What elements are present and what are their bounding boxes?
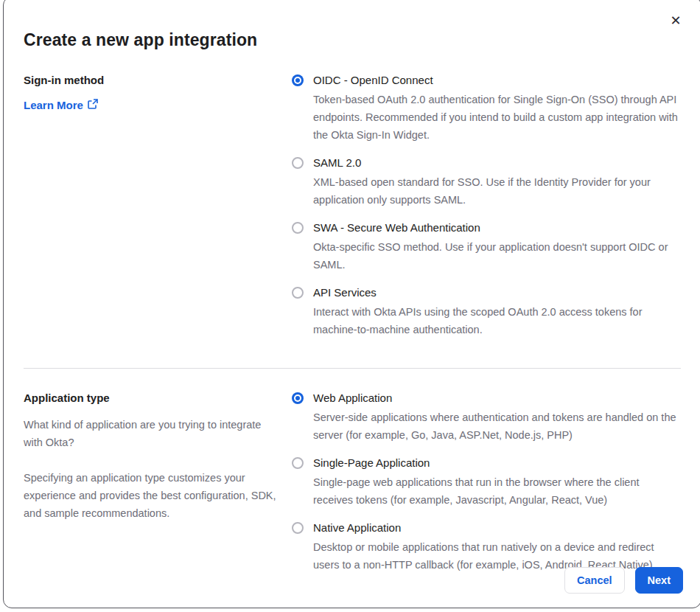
- option-label: SWA - Secure Web Authentication: [313, 220, 681, 235]
- option-label: Native Application: [313, 521, 681, 535]
- option-description: Okta-specific SSO method. Use if your ap…: [313, 238, 681, 274]
- option-label: API Services: [313, 285, 681, 300]
- application-type-note: Specifying an application type customize…: [24, 469, 277, 522]
- sign-in-method-section: Sign-in method Learn More OIDC -: [24, 73, 681, 338]
- external-link-icon: [88, 99, 98, 111]
- option-label: SAML 2.0: [313, 156, 681, 170]
- option-label: OIDC - OpenID Connect: [313, 73, 681, 88]
- dialog-footer: Cancel Next: [564, 567, 683, 594]
- radio-option-web-application[interactable]: Web Application Server-side applications…: [292, 391, 681, 444]
- radio-option-api-services[interactable]: API Services Interact with Okta APIs usi…: [292, 285, 681, 338]
- radio-button[interactable]: [292, 392, 304, 404]
- radio-option-native-application[interactable]: Native Application Desktop or mobile app…: [292, 521, 681, 574]
- learn-more-link[interactable]: Learn More: [24, 99, 98, 111]
- option-description: Server-side applications where authentic…: [313, 408, 681, 444]
- sign-in-method-options: OIDC - OpenID Connect Token-based OAuth …: [292, 73, 681, 338]
- radio-option-saml[interactable]: SAML 2.0 XML-based open standard for SSO…: [292, 156, 681, 209]
- next-button[interactable]: Next: [635, 567, 683, 594]
- radio-button[interactable]: [292, 74, 304, 86]
- application-type-heading: Application type: [24, 391, 277, 406]
- option-description: Token-based OAuth 2.0 authentication for…: [313, 91, 681, 144]
- radio-button[interactable]: [292, 457, 304, 469]
- radio-button[interactable]: [292, 222, 304, 234]
- application-type-question: What kind of application are you trying …: [24, 416, 277, 451]
- option-description: XML-based open standard for SSO. Use if …: [313, 173, 681, 209]
- radio-button[interactable]: [292, 157, 304, 169]
- application-type-left: Application type What kind of applicatio…: [24, 391, 292, 574]
- section-divider: [24, 368, 681, 369]
- create-app-integration-dialog: ✕ Create a new app integration Sign-in m…: [3, 0, 700, 608]
- radio-option-oidc[interactable]: OIDC - OpenID Connect Token-based OAuth …: [292, 73, 681, 144]
- radio-button[interactable]: [292, 522, 304, 534]
- option-description: Interact with Okta APIs using the scoped…: [313, 303, 681, 338]
- cancel-button[interactable]: Cancel: [564, 567, 625, 594]
- sign-in-method-left: Sign-in method Learn More: [24, 73, 292, 338]
- page-title: Create a new app integration: [24, 30, 681, 50]
- application-type-options: Web Application Server-side applications…: [292, 391, 681, 574]
- radio-option-swa[interactable]: SWA - Secure Web Authentication Okta-spe…: [292, 220, 681, 274]
- radio-option-single-page-application[interactable]: Single-Page Application Single-page web …: [292, 456, 681, 509]
- radio-button[interactable]: [292, 287, 304, 299]
- option-label: Single-Page Application: [313, 456, 681, 470]
- sign-in-method-heading: Sign-in method: [24, 73, 277, 88]
- option-description: Single-page web applications that run in…: [313, 473, 681, 509]
- option-label: Web Application: [313, 391, 681, 406]
- application-type-section: Application type What kind of applicatio…: [24, 391, 681, 574]
- close-icon[interactable]: ✕: [667, 12, 685, 29]
- learn-more-label: Learn More: [24, 99, 83, 111]
